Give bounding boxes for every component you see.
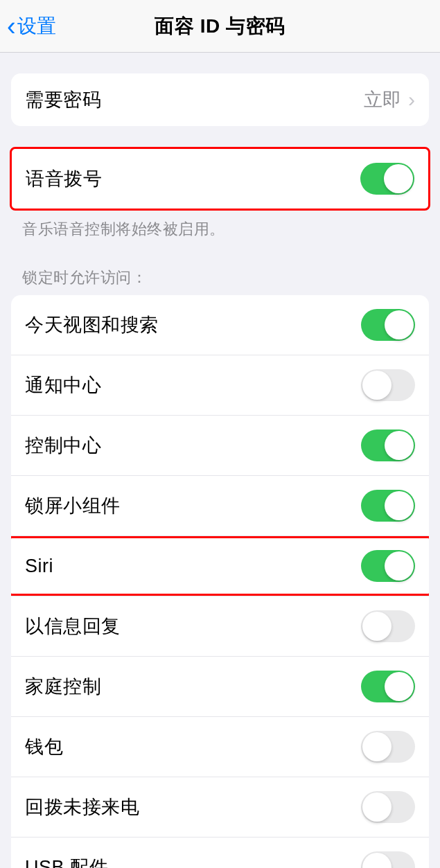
allow-access-header: 锁定时允许访问： — [0, 267, 440, 295]
allow-access-label: 今天视图和搜索 — [25, 312, 159, 337]
allow-access-label: 回拨未接来电 — [25, 795, 139, 820]
voice-dial-toggle[interactable] — [360, 163, 414, 195]
require-passcode-value: 立即 › — [364, 87, 415, 112]
allow-access-toggle[interactable] — [361, 309, 415, 341]
voice-dial-row: 语音拨号 — [12, 149, 428, 209]
allow-access-group: 今天视图和搜索通知中心控制中心锁屏小组件Siri以信息回复家庭控制钱包回拨未接来… — [11, 295, 429, 868]
allow-access-row: 锁屏小组件 — [11, 475, 429, 535]
allow-access-row: 钱包 — [11, 716, 429, 777]
allow-access-toggle[interactable] — [361, 369, 415, 401]
voice-dial-footer: 音乐语音控制将始终被启用。 — [0, 211, 440, 240]
allow-access-label: Siri — [25, 556, 53, 577]
allow-access-label: USB 配件 — [25, 855, 108, 868]
require-passcode-group: 需要密码 立即 › — [11, 73, 429, 126]
allow-access-toggle[interactable] — [361, 550, 415, 582]
back-button[interactable]: ‹ 设置 — [7, 13, 56, 39]
require-passcode-label: 需要密码 — [25, 87, 101, 112]
allow-access-toggle[interactable] — [361, 851, 415, 868]
chevron-left-icon: ‹ — [7, 13, 16, 39]
chevron-right-icon: › — [408, 88, 415, 112]
allow-access-row: USB 配件 — [11, 837, 429, 868]
page-title: 面容 ID 与密码 — [155, 13, 285, 39]
back-label: 设置 — [17, 13, 56, 39]
allow-access-label: 通知中心 — [25, 373, 101, 398]
allow-access-row: 以信息回复 — [11, 596, 429, 656]
allow-access-toggle[interactable] — [361, 791, 415, 823]
allow-access-label: 家庭控制 — [25, 674, 101, 699]
voice-dial-group: 语音拨号 — [10, 147, 430, 211]
allow-access-label: 锁屏小组件 — [25, 493, 121, 518]
allow-access-toggle[interactable] — [361, 490, 415, 522]
voice-dial-label: 语音拨号 — [26, 166, 102, 191]
allow-access-row: 今天视图和搜索 — [11, 295, 429, 355]
allow-access-label: 以信息回复 — [25, 614, 121, 639]
allow-access-row: 回拨未接来电 — [11, 777, 429, 837]
allow-access-toggle[interactable] — [361, 610, 415, 642]
allow-access-toggle[interactable] — [361, 671, 415, 702]
navigation-bar: ‹ 设置 面容 ID 与密码 — [0, 0, 440, 53]
allow-access-row: 控制中心 — [11, 415, 429, 475]
allow-access-row: 通知中心 — [11, 355, 429, 415]
allow-access-toggle[interactable] — [361, 731, 415, 763]
allow-access-label: 控制中心 — [25, 433, 101, 458]
allow-access-label: 钱包 — [25, 734, 63, 759]
require-passcode-row[interactable]: 需要密码 立即 › — [11, 73, 429, 126]
allow-access-row: 家庭控制 — [11, 656, 429, 716]
allow-access-row: Siri — [11, 535, 429, 596]
allow-access-toggle[interactable] — [361, 429, 415, 461]
